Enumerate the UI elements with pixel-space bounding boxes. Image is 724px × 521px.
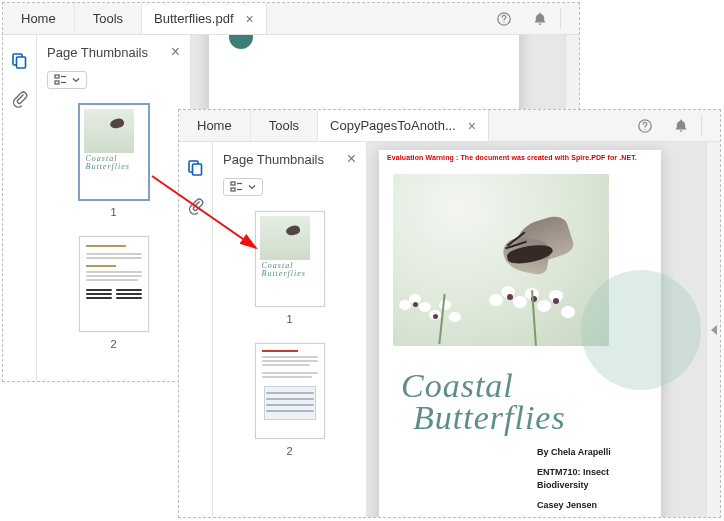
svg-rect-6: [55, 81, 59, 84]
panel-title: Page Thumbnails: [47, 45, 148, 60]
thumbnails-icon[interactable]: [186, 158, 206, 178]
thumb-number: 2: [286, 445, 292, 457]
close-icon[interactable]: ×: [347, 150, 356, 168]
thumbnail-2[interactable]: 2: [213, 343, 366, 457]
panel-title: Page Thumbnails: [223, 152, 324, 167]
home-button[interactable]: Home: [3, 3, 75, 34]
thumb-title-l2: Butterflies: [86, 163, 130, 171]
help-icon[interactable]: [627, 110, 663, 141]
course: ENTM710: Insect Biodiversity: [537, 466, 647, 493]
toolbar: Home Tools CopyPagesToAnoth... ×: [179, 110, 720, 142]
home-label: Home: [21, 11, 56, 26]
thumbnail-1[interactable]: Coastal Butterflies 1: [213, 211, 366, 325]
instructor: Casey Jensen: [537, 499, 647, 513]
tab-title: CopyPagesToAnoth...: [330, 118, 456, 133]
svg-point-1: [503, 21, 504, 22]
svg-rect-14: [231, 188, 235, 191]
left-rail: [3, 35, 37, 381]
close-icon[interactable]: ×: [246, 11, 254, 27]
attachments-icon[interactable]: [10, 89, 30, 109]
document-area[interactable]: Evaluation Warning : The document was cr…: [367, 142, 706, 517]
evaluation-warning: Evaluation Warning : The document was cr…: [387, 154, 653, 161]
svg-rect-11: [192, 164, 201, 175]
home-button[interactable]: Home: [179, 110, 251, 141]
thumbnails-panel: Page Thumbnails × Coastal Butterflies: [37, 35, 191, 381]
thumb-number: 1: [110, 206, 116, 218]
svg-rect-4: [55, 75, 59, 78]
doc-title-line2: Butterflies: [413, 400, 566, 436]
close-icon[interactable]: ×: [171, 43, 180, 61]
thumb-title-l2: Butterflies: [262, 270, 306, 278]
home-label: Home: [197, 118, 232, 133]
tools-label: Tools: [269, 118, 299, 133]
svg-rect-12: [231, 182, 235, 185]
tools-button[interactable]: Tools: [75, 3, 142, 34]
options-button[interactable]: [223, 178, 263, 196]
byline: By Chela Arapelli: [537, 446, 647, 460]
bell-icon[interactable]: [522, 3, 558, 34]
attachments-icon[interactable]: [186, 196, 206, 216]
help-icon[interactable]: [486, 3, 522, 34]
tab-butterflies[interactable]: Butterflies.pdf ×: [142, 3, 267, 34]
options-button[interactable]: [47, 71, 87, 89]
bell-icon[interactable]: [663, 110, 699, 141]
close-icon[interactable]: ×: [468, 118, 476, 134]
tools-button[interactable]: Tools: [251, 110, 318, 141]
tools-label: Tools: [93, 11, 123, 26]
svg-point-9: [644, 128, 645, 129]
collapse-handle[interactable]: [706, 142, 720, 517]
thumb-number: 1: [286, 313, 292, 325]
page-preview: Evaluation Warning : The document was cr…: [379, 150, 661, 517]
thumb-number: 2: [110, 338, 116, 350]
hero-image: [393, 174, 609, 346]
toolbar: Home Tools Butterflies.pdf ×: [3, 3, 579, 35]
tab-copypages[interactable]: CopyPagesToAnoth... ×: [318, 110, 489, 141]
left-rail: [179, 142, 213, 517]
thumbnails-icon[interactable]: [10, 51, 30, 71]
tab-title: Butterflies.pdf: [154, 11, 234, 26]
thumbnail-1[interactable]: Coastal Butterflies 1: [37, 104, 190, 218]
thumbnails-panel: Page Thumbnails × Coastal Butterflies: [213, 142, 367, 517]
thumbnail-2[interactable]: 2: [37, 236, 190, 350]
svg-rect-3: [16, 57, 25, 68]
window-copypages: Home Tools CopyPagesToAnoth... × Page Th…: [178, 109, 721, 518]
